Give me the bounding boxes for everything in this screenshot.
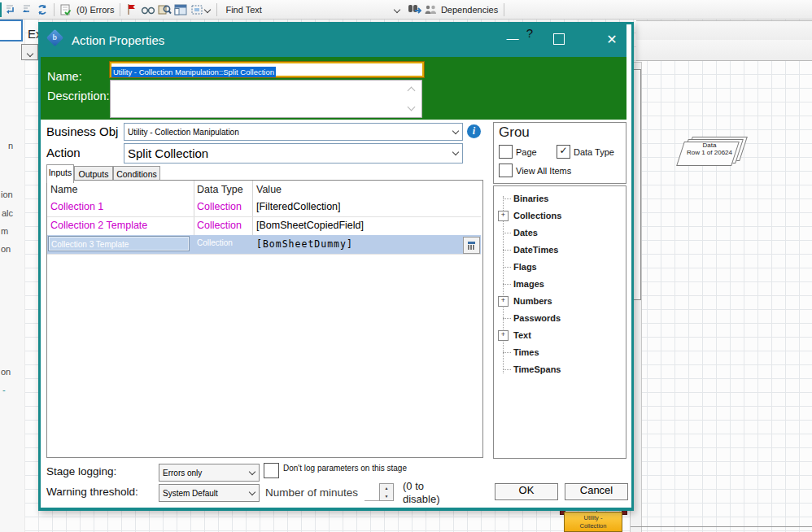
checkbox-datatype-label: Data Type — [574, 147, 614, 157]
close-button[interactable]: ✕ — [604, 32, 620, 47]
data-stage-rowcount: Row 1 of 20624 — [675, 149, 744, 156]
help-button[interactable]: ? — [524, 26, 535, 40]
find-text-combo[interactable]: Find Text — [225, 5, 261, 15]
table-row-selected[interactable]: Collection 3 Template Collection [BomShe… — [47, 235, 481, 255]
expression-builder-button[interactable] — [463, 237, 480, 254]
tree-item-passwords[interactable]: Passwords — [494, 311, 624, 328]
minutes-input[interactable] — [365, 484, 379, 501]
group-panel: Grou Page ✓ Data Type View All Items — [493, 122, 626, 184]
expand-icon[interactable]: + — [498, 330, 509, 341]
background-panel-bar — [636, 20, 812, 41]
dependencies-people-icon[interactable] — [423, 2, 438, 17]
errors-count-label[interactable]: (0) Errors — [76, 5, 114, 15]
param-name-editbox[interactable]: Collection 3 Template — [48, 236, 190, 251]
tree-item-times[interactable]: Times — [494, 345, 624, 362]
utility-collection-stage[interactable]: Utility - Collection — [560, 509, 635, 532]
step-out-icon[interactable] — [19, 2, 33, 17]
clipped-text-box[interactable] — [0, 20, 23, 41]
stage-shape[interactable]: Utility - Collection — [564, 512, 622, 532]
table-row[interactable]: Collection 2 Template Collection [BomShe… — [47, 216, 481, 236]
warning-threshold-value: System Default — [159, 489, 246, 498]
param-value[interactable]: [BomSheetDummy] — [256, 238, 353, 250]
find-references-icon[interactable] — [407, 2, 421, 17]
stage-logging-dropdown[interactable]: Errors only — [159, 464, 260, 482]
column-header-value[interactable]: Value — [256, 184, 282, 195]
maximize-button[interactable] — [553, 33, 565, 45]
minutes-spinner[interactable]: ▲ ▼ — [379, 483, 394, 501]
description-textarea[interactable] — [110, 80, 422, 118]
refresh-icon[interactable] — [35, 2, 50, 17]
spin-down-icon[interactable]: ▼ — [380, 492, 393, 500]
description-label: Description: — [47, 89, 110, 102]
expand-icon[interactable]: + — [498, 211, 509, 221]
tree-item-timespans[interactable]: TimeSpans — [494, 362, 624, 379]
clipped-dropdown-button[interactable] — [21, 44, 38, 60]
clipped-tree-item: on — [1, 244, 11, 254]
warning-threshold-dropdown[interactable]: System Default — [159, 484, 260, 502]
dialog-header-section: Name: Utility - Collection Manipulation:… — [41, 57, 626, 120]
cancel-button[interactable]: Cancel — [565, 483, 628, 500]
blueprism-logo-icon: b — [46, 29, 63, 46]
tree-item-dates[interactable]: Dates — [494, 225, 624, 242]
zoom-selection-icon[interactable] — [190, 2, 204, 17]
search-book-icon[interactable] — [157, 2, 172, 17]
tree-item-flags[interactable]: Flags — [494, 259, 624, 277]
clipped-item-tick: - — [2, 385, 6, 395]
checkbox-view-all[interactable] — [499, 164, 513, 177]
action-properties-dialog: b Action Properties — ? ✕ Name: Utility … — [38, 22, 634, 511]
checkbox-page[interactable] — [499, 145, 513, 159]
minimize-button[interactable]: — — [504, 31, 521, 45]
tree-item-numbers[interactable]: +Numbers — [494, 294, 624, 311]
panel-view-icon[interactable] — [173, 2, 188, 17]
dependencies-button[interactable]: Dependencies — [441, 5, 498, 15]
spin-up-icon[interactable]: ▲ — [380, 484, 393, 492]
column-header-datatype[interactable]: Data Type — [197, 184, 243, 195]
chevron-down-icon[interactable] — [449, 131, 462, 133]
background-left-panel: n ion alc m on on - — [0, 19, 25, 532]
find-dropdown-chevron[interactable] — [394, 6, 400, 12]
dialog-titlebar[interactable]: b Action Properties — ? ✕ — [41, 24, 626, 57]
table-row[interactable]: Collection 1 Collection [FilteredCollect… — [47, 198, 481, 217]
top-toolbar: (0) Errors Find Text Dependencies — [0, 0, 812, 20]
info-icon[interactable]: i — [467, 124, 481, 138]
param-value[interactable]: [FilteredCollection] — [256, 201, 341, 212]
dont-log-label: Don't log parameters on this stage — [283, 464, 407, 473]
checkbox-dont-log[interactable] — [264, 463, 279, 478]
watch-glasses-icon[interactable] — [141, 2, 155, 17]
tree-item-datetimes[interactable]: DateTimes — [494, 242, 624, 259]
tree-item-text[interactable]: +Text — [494, 328, 624, 345]
clipped-tree-item: n — [8, 141, 13, 150]
data-stage[interactable]: Data Row 1 of 20624 — [675, 137, 749, 166]
column-header-name[interactable]: Name — [50, 184, 77, 195]
flow-connector-line — [631, 526, 812, 527]
ok-button[interactable]: OK — [495, 483, 558, 500]
action-dropdown[interactable]: Split Collection — [124, 143, 463, 164]
chevron-down-icon[interactable] — [449, 152, 462, 155]
expand-icon[interactable]: + — [498, 296, 509, 307]
param-type: Collection — [197, 201, 242, 212]
tree-item-images[interactable]: Images — [494, 277, 624, 294]
zoom-dropdown-chevron[interactable] — [204, 6, 211, 12]
clipped-tree-item: ion — [1, 190, 13, 199]
business-object-dropdown[interactable]: Utility - Collection Manipulation — [124, 123, 463, 141]
name-input[interactable]: Utility - Collection Manipulation::Split… — [110, 62, 424, 77]
checkbox-datatype[interactable]: ✓ — [557, 145, 570, 159]
business-object-label: Business Obj — [46, 124, 118, 138]
toolbar-separator — [216, 3, 217, 16]
chevron-down-icon[interactable] — [246, 492, 259, 495]
param-value[interactable]: [BomSheetCopiedField] — [256, 220, 364, 231]
business-object-value: Utility - Collection Manipulation — [124, 128, 449, 137]
checkbox-page-label: Page — [516, 147, 537, 157]
validate-errors-icon[interactable] — [59, 2, 73, 17]
warning-threshold-label: Warning threshold: — [46, 486, 138, 498]
background-panel-bar — [636, 40, 812, 61]
chevron-down-icon[interactable] — [246, 472, 259, 474]
tree-item-binaries[interactable]: Binaries — [494, 191, 624, 208]
action-value: Split Collection — [124, 146, 449, 160]
step-over-icon[interactable] — [2, 2, 17, 17]
tree-item-collections[interactable]: +Collections — [494, 208, 624, 225]
clipped-icon — [0, 2, 2, 17]
tab-inputs[interactable]: Inputs — [46, 164, 74, 183]
name-selected-text: Utility - Collection Manipulation::Split… — [111, 67, 276, 77]
breakpoint-flag-icon[interactable] — [124, 2, 139, 17]
